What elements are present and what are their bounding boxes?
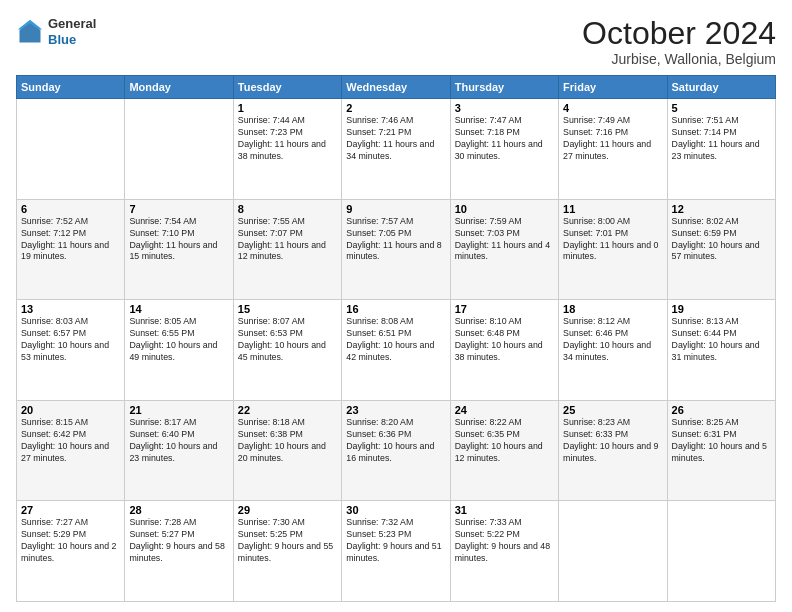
sunrise-text: Sunrise: 7:52 AM xyxy=(21,216,88,226)
sunrise-text: Sunrise: 7:46 AM xyxy=(346,115,413,125)
daylight-text: Daylight: 11 hours and 23 minutes. xyxy=(672,139,760,161)
table-row xyxy=(125,99,233,200)
sunset-text: Sunset: 7:07 PM xyxy=(238,228,303,238)
day-number: 18 xyxy=(563,303,662,315)
sunset-text: Sunset: 6:44 PM xyxy=(672,328,737,338)
daylight-text: Daylight: 10 hours and 12 minutes. xyxy=(455,441,543,463)
sunrise-text: Sunrise: 7:59 AM xyxy=(455,216,522,226)
table-row: 6Sunrise: 7:52 AMSunset: 7:12 PMDaylight… xyxy=(17,199,125,300)
sunset-text: Sunset: 7:21 PM xyxy=(346,127,411,137)
table-row: 18Sunrise: 8:12 AMSunset: 6:46 PMDayligh… xyxy=(559,300,667,401)
day-number: 29 xyxy=(238,504,337,516)
table-row: 22Sunrise: 8:18 AMSunset: 6:38 PMDayligh… xyxy=(233,400,341,501)
daylight-text: Daylight: 10 hours and 34 minutes. xyxy=(563,340,651,362)
day-number: 26 xyxy=(672,404,771,416)
day-number: 9 xyxy=(346,203,445,215)
day-number: 17 xyxy=(455,303,554,315)
daylight-text: Daylight: 10 hours and 53 minutes. xyxy=(21,340,109,362)
sunrise-text: Sunrise: 8:05 AM xyxy=(129,316,196,326)
table-row: 7Sunrise: 7:54 AMSunset: 7:10 PMDaylight… xyxy=(125,199,233,300)
sunrise-text: Sunrise: 8:07 AM xyxy=(238,316,305,326)
day-info: Sunrise: 7:55 AMSunset: 7:07 PMDaylight:… xyxy=(238,216,337,264)
sunrise-text: Sunrise: 8:08 AM xyxy=(346,316,413,326)
sunrise-text: Sunrise: 7:51 AM xyxy=(672,115,739,125)
day-info: Sunrise: 8:00 AMSunset: 7:01 PMDaylight:… xyxy=(563,216,662,264)
sunset-text: Sunset: 6:35 PM xyxy=(455,429,520,439)
sunset-text: Sunset: 7:05 PM xyxy=(346,228,411,238)
table-row: 28Sunrise: 7:28 AMSunset: 5:27 PMDayligh… xyxy=(125,501,233,602)
daylight-text: Daylight: 11 hours and 12 minutes. xyxy=(238,240,326,262)
table-row: 30Sunrise: 7:32 AMSunset: 5:23 PMDayligh… xyxy=(342,501,450,602)
sunset-text: Sunset: 6:48 PM xyxy=(455,328,520,338)
day-info: Sunrise: 8:15 AMSunset: 6:42 PMDaylight:… xyxy=(21,417,120,465)
sunrise-text: Sunrise: 8:15 AM xyxy=(21,417,88,427)
day-info: Sunrise: 8:10 AMSunset: 6:48 PMDaylight:… xyxy=(455,316,554,364)
table-row xyxy=(667,501,775,602)
page: General Blue October 2024 Jurbise, Wallo… xyxy=(0,0,792,612)
day-info: Sunrise: 8:12 AMSunset: 6:46 PMDaylight:… xyxy=(563,316,662,364)
table-row xyxy=(559,501,667,602)
sunset-text: Sunset: 5:23 PM xyxy=(346,529,411,539)
table-row: 15Sunrise: 8:07 AMSunset: 6:53 PMDayligh… xyxy=(233,300,341,401)
day-info: Sunrise: 7:57 AMSunset: 7:05 PMDaylight:… xyxy=(346,216,445,264)
sunset-text: Sunset: 6:42 PM xyxy=(21,429,86,439)
table-row: 13Sunrise: 8:03 AMSunset: 6:57 PMDayligh… xyxy=(17,300,125,401)
day-info: Sunrise: 7:51 AMSunset: 7:14 PMDaylight:… xyxy=(672,115,771,163)
table-row: 17Sunrise: 8:10 AMSunset: 6:48 PMDayligh… xyxy=(450,300,558,401)
day-info: Sunrise: 8:18 AMSunset: 6:38 PMDaylight:… xyxy=(238,417,337,465)
day-number: 27 xyxy=(21,504,120,516)
sunset-text: Sunset: 5:27 PM xyxy=(129,529,194,539)
sunrise-text: Sunrise: 8:22 AM xyxy=(455,417,522,427)
daylight-text: Daylight: 10 hours and 20 minutes. xyxy=(238,441,326,463)
sunrise-text: Sunrise: 7:55 AM xyxy=(238,216,305,226)
daylight-text: Daylight: 11 hours and 27 minutes. xyxy=(563,139,651,161)
day-number: 6 xyxy=(21,203,120,215)
table-row xyxy=(17,99,125,200)
svg-marker-0 xyxy=(20,21,41,42)
logo-icon xyxy=(16,18,44,46)
daylight-text: Daylight: 11 hours and 0 minutes. xyxy=(563,240,658,262)
day-number: 19 xyxy=(672,303,771,315)
day-info: Sunrise: 7:59 AMSunset: 7:03 PMDaylight:… xyxy=(455,216,554,264)
day-number: 7 xyxy=(129,203,228,215)
day-info: Sunrise: 8:25 AMSunset: 6:31 PMDaylight:… xyxy=(672,417,771,465)
sunset-text: Sunset: 6:40 PM xyxy=(129,429,194,439)
day-number: 12 xyxy=(672,203,771,215)
day-number: 24 xyxy=(455,404,554,416)
daylight-text: Daylight: 11 hours and 19 minutes. xyxy=(21,240,109,262)
daylight-text: Daylight: 10 hours and 57 minutes. xyxy=(672,240,760,262)
daylight-text: Daylight: 9 hours and 48 minutes. xyxy=(455,541,550,563)
sunset-text: Sunset: 6:31 PM xyxy=(672,429,737,439)
logo-blue-text: Blue xyxy=(48,32,96,48)
logo-general-text: General xyxy=(48,16,96,32)
day-info: Sunrise: 8:07 AMSunset: 6:53 PMDaylight:… xyxy=(238,316,337,364)
sunrise-text: Sunrise: 7:33 AM xyxy=(455,517,522,527)
table-row: 31Sunrise: 7:33 AMSunset: 5:22 PMDayligh… xyxy=(450,501,558,602)
daylight-text: Daylight: 10 hours and 27 minutes. xyxy=(21,441,109,463)
day-info: Sunrise: 7:33 AMSunset: 5:22 PMDaylight:… xyxy=(455,517,554,565)
table-row: 26Sunrise: 8:25 AMSunset: 6:31 PMDayligh… xyxy=(667,400,775,501)
day-info: Sunrise: 8:05 AMSunset: 6:55 PMDaylight:… xyxy=(129,316,228,364)
table-row: 29Sunrise: 7:30 AMSunset: 5:25 PMDayligh… xyxy=(233,501,341,602)
sunset-text: Sunset: 7:12 PM xyxy=(21,228,86,238)
sunrise-text: Sunrise: 7:28 AM xyxy=(129,517,196,527)
sunset-text: Sunset: 7:03 PM xyxy=(455,228,520,238)
table-row: 10Sunrise: 7:59 AMSunset: 7:03 PMDayligh… xyxy=(450,199,558,300)
day-info: Sunrise: 7:46 AMSunset: 7:21 PMDaylight:… xyxy=(346,115,445,163)
sunrise-text: Sunrise: 8:18 AM xyxy=(238,417,305,427)
day-info: Sunrise: 8:23 AMSunset: 6:33 PMDaylight:… xyxy=(563,417,662,465)
sunrise-text: Sunrise: 7:27 AM xyxy=(21,517,88,527)
daylight-text: Daylight: 10 hours and 45 minutes. xyxy=(238,340,326,362)
table-row: 1Sunrise: 7:44 AMSunset: 7:23 PMDaylight… xyxy=(233,99,341,200)
table-row: 27Sunrise: 7:27 AMSunset: 5:29 PMDayligh… xyxy=(17,501,125,602)
week-row-2: 6Sunrise: 7:52 AMSunset: 7:12 PMDaylight… xyxy=(17,199,776,300)
day-info: Sunrise: 8:17 AMSunset: 6:40 PMDaylight:… xyxy=(129,417,228,465)
sunrise-text: Sunrise: 8:17 AM xyxy=(129,417,196,427)
sunrise-text: Sunrise: 8:23 AM xyxy=(563,417,630,427)
sunrise-text: Sunrise: 7:57 AM xyxy=(346,216,413,226)
table-row: 2Sunrise: 7:46 AMSunset: 7:21 PMDaylight… xyxy=(342,99,450,200)
logo: General Blue xyxy=(16,16,96,47)
sunrise-text: Sunrise: 8:25 AM xyxy=(672,417,739,427)
week-row-1: 1Sunrise: 7:44 AMSunset: 7:23 PMDaylight… xyxy=(17,99,776,200)
table-row: 12Sunrise: 8:02 AMSunset: 6:59 PMDayligh… xyxy=(667,199,775,300)
